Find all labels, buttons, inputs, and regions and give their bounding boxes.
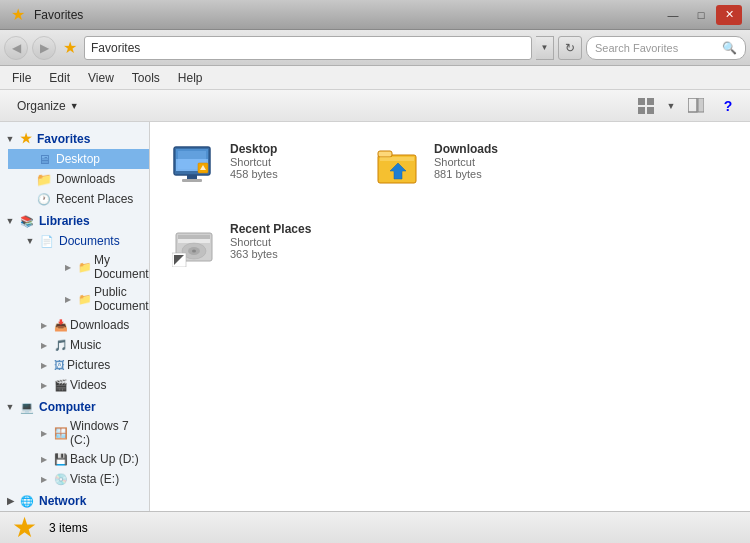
toolbar-right: ▼ ?: [632, 94, 742, 118]
sidebar-item-public-documents[interactable]: ▶ 📁 Public Documents: [16, 283, 149, 315]
menu-view[interactable]: View: [80, 69, 122, 87]
libraries-collapse-icon: ▼: [4, 215, 16, 227]
documents-icon: 📄: [40, 235, 54, 248]
network-icon: 🌐: [20, 495, 34, 508]
sidebar-item-my-documents[interactable]: ▶ 📁 My Documents: [16, 251, 149, 283]
recent-places-file-size: 363 bytes: [230, 248, 311, 260]
file-item-desktop[interactable]: Desktop Shortcut 458 bytes: [166, 138, 346, 194]
sidebar-libraries-label: Libraries: [39, 214, 90, 228]
menu-tools[interactable]: Tools: [124, 69, 168, 87]
my-documents-icon: 📁: [78, 261, 92, 274]
music-icon: 🎵: [54, 339, 68, 352]
sidebar-item-lib-downloads[interactable]: ▶ 📥 Downloads: [8, 315, 149, 335]
refresh-button[interactable]: ↻: [558, 36, 582, 60]
minimize-button[interactable]: —: [660, 5, 686, 25]
computer-collapse-icon: ▼: [4, 401, 16, 413]
pictures-icon: 🖼: [54, 359, 65, 371]
nav-bar: ◀ ▶ ★ Favorites ▼ ↻ Search Favorites 🔍: [0, 30, 750, 66]
svg-rect-3: [647, 107, 654, 114]
view-options-button[interactable]: [632, 94, 660, 118]
menu-bar: File Edit View Tools Help: [0, 66, 750, 90]
back-button[interactable]: ◀: [4, 36, 28, 60]
status-star-icon: ★: [12, 514, 37, 542]
libraries-icon: 📚: [20, 215, 34, 228]
backup-d-icon: 💾: [54, 453, 68, 466]
favorites-collapse-icon: ▼: [4, 133, 16, 145]
status-bar: ★ 3 items: [0, 511, 750, 543]
sidebar-item-videos[interactable]: ▶ 🎬 Videos: [8, 375, 149, 395]
downloads-file-name: Downloads: [434, 142, 498, 156]
view-icon: [638, 98, 654, 114]
sidebar-item-windows-c[interactable]: ▶ 🪟 Windows 7 (C:): [8, 417, 149, 449]
sidebar-public-documents-label: Public Documents: [94, 285, 150, 313]
sidebar-item-vista-e[interactable]: ▶ 💿 Vista (E:): [8, 469, 149, 489]
file-item-recent-places[interactable]: Recent Places Shortcut 363 bytes: [166, 218, 346, 274]
close-button[interactable]: ✕: [716, 5, 742, 25]
svg-rect-16: [380, 157, 414, 161]
organize-button[interactable]: Organize ▼: [8, 95, 88, 117]
view-dropdown-button[interactable]: ▼: [664, 94, 678, 118]
file-item-downloads[interactable]: Downloads Shortcut 881 bytes: [370, 138, 550, 194]
address-star-icon: ★: [60, 38, 80, 58]
sidebar-item-backup-d[interactable]: ▶ 💾 Back Up (D:): [8, 449, 149, 469]
help-button[interactable]: ?: [714, 94, 742, 118]
sidebar-music-label: Music: [70, 338, 101, 352]
menu-edit[interactable]: Edit: [41, 69, 78, 87]
lib-downloads-icon: 📥: [54, 319, 68, 332]
sidebar-desktop-label: Desktop: [56, 152, 100, 166]
sidebar-item-pictures[interactable]: ▶ 🖼 Pictures: [8, 355, 149, 375]
recent-places-file-info: Recent Places Shortcut 363 bytes: [230, 222, 311, 260]
organize-label: Organize: [17, 99, 66, 113]
favorites-star-icon: ★: [20, 131, 32, 146]
sidebar-my-documents-label: My Documents: [94, 253, 150, 281]
sidebar-network-header[interactable]: ▶ 🌐 Network: [0, 491, 149, 511]
sidebar-item-recent-places[interactable]: 🕐 Recent Places: [8, 189, 149, 209]
search-icon: 🔍: [722, 41, 737, 55]
main-content: ▼ ★ Favorites 🖥 Desktop 📁 Downloads 🕐 Re…: [0, 122, 750, 511]
menu-file[interactable]: File: [4, 69, 39, 87]
vista-e-arrow: ▶: [36, 471, 52, 487]
preview-pane-button[interactable]: [682, 94, 710, 118]
address-dropdown[interactable]: ▼: [536, 36, 554, 60]
desktop-file-icon-area: [170, 142, 218, 190]
sidebar-downloads-label: Downloads: [56, 172, 115, 186]
sidebar-item-downloads[interactable]: 📁 Downloads: [8, 169, 149, 189]
sidebar-item-music[interactable]: ▶ 🎵 Music: [8, 335, 149, 355]
recent-places-file-type: Shortcut: [230, 236, 311, 248]
sidebar-item-desktop[interactable]: 🖥 Desktop: [8, 149, 149, 169]
recent-places-file-icon-area: [170, 222, 218, 270]
vista-e-icon: 💿: [54, 473, 68, 486]
svg-rect-1: [647, 98, 654, 105]
sidebar-network-label: Network: [39, 494, 86, 508]
svg-rect-11: [182, 179, 202, 182]
sidebar-backup-d-label: Back Up (D:): [70, 452, 139, 466]
file-grid: Desktop Shortcut 458 bytes: [166, 138, 734, 274]
menu-help[interactable]: Help: [170, 69, 211, 87]
address-bar[interactable]: Favorites: [84, 36, 532, 60]
network-collapse-icon: ▶: [4, 495, 16, 507]
sidebar-libraries-items: ▼ 📄 Documents ▶ 📁 My Documents ▶ 📁 Publi…: [0, 231, 149, 395]
sidebar-section-libraries: ▼ 📚 Libraries ▼ 📄 Documents ▶ 📁 My Docum…: [0, 211, 149, 395]
sidebar-favorites-items: 🖥 Desktop 📁 Downloads 🕐 Recent Places: [0, 149, 149, 209]
windows-c-icon: 🪟: [54, 427, 68, 440]
downloads-icon: 📁: [36, 171, 52, 187]
file-area: Desktop Shortcut 458 bytes: [150, 122, 750, 511]
forward-button[interactable]: ▶: [32, 36, 56, 60]
search-bar[interactable]: Search Favorites 🔍: [586, 36, 746, 60]
desktop-file-icon: [172, 145, 216, 187]
sidebar-recent-places-label: Recent Places: [56, 192, 133, 206]
window-icon: ★: [8, 5, 28, 25]
downloads-file-type: Shortcut: [434, 156, 498, 168]
backup-d-arrow: ▶: [36, 451, 52, 467]
documents-collapse-icon: ▼: [24, 235, 36, 247]
videos-icon: 🎬: [54, 379, 68, 392]
svg-rect-4: [688, 98, 697, 112]
sidebar-favorites-header[interactable]: ▼ ★ Favorites: [0, 128, 149, 149]
sidebar-libraries-header[interactable]: ▼ 📚 Libraries: [0, 211, 149, 231]
sidebar-computer-label: Computer: [39, 400, 96, 414]
title-bar: ★ Favorites — □ ✕: [0, 0, 750, 30]
sidebar-documents-header[interactable]: ▼ 📄 Documents: [8, 231, 149, 251]
sidebar-computer-header[interactable]: ▼ 💻 Computer: [0, 397, 149, 417]
maximize-button[interactable]: □: [688, 5, 714, 25]
svg-rect-21: [178, 235, 210, 239]
